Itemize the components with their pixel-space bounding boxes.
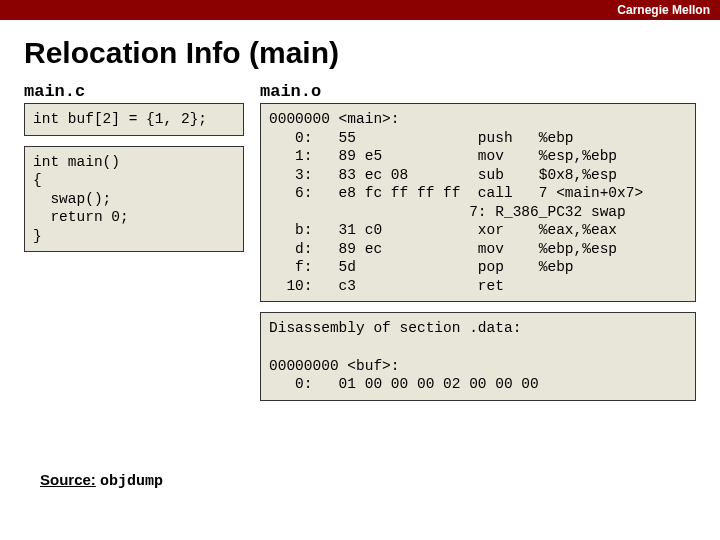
org-label: Carnegie Mellon: [617, 0, 720, 20]
source-value: objdump: [100, 473, 163, 490]
source-line: Source: objdump: [40, 471, 163, 490]
data-section-code: Disassembly of section .data: 00000000 <…: [260, 312, 696, 400]
main-func-code: int main() { swap(); return 0; }: [24, 146, 244, 253]
main-c-label: main.c: [24, 82, 244, 101]
main-o-label: main.o: [260, 82, 696, 101]
disasm-text-code: 0000000 <main>: 0: 55 push %ebp 1: 89 e5…: [260, 103, 696, 302]
right-column: main.o 0000000 <main>: 0: 55 push %ebp 1…: [260, 82, 696, 411]
left-column: main.c int buf[2] = {1, 2}; int main() {…: [24, 82, 244, 262]
source-label: Source:: [40, 471, 96, 488]
content-columns: main.c int buf[2] = {1, 2}; int main() {…: [24, 82, 696, 411]
slide-title: Relocation Info (main): [24, 36, 696, 70]
top-bar: Carnegie Mellon: [0, 0, 720, 20]
buf-decl-code: int buf[2] = {1, 2};: [24, 103, 244, 136]
slide-body: Relocation Info (main) main.c int buf[2]…: [0, 20, 720, 411]
